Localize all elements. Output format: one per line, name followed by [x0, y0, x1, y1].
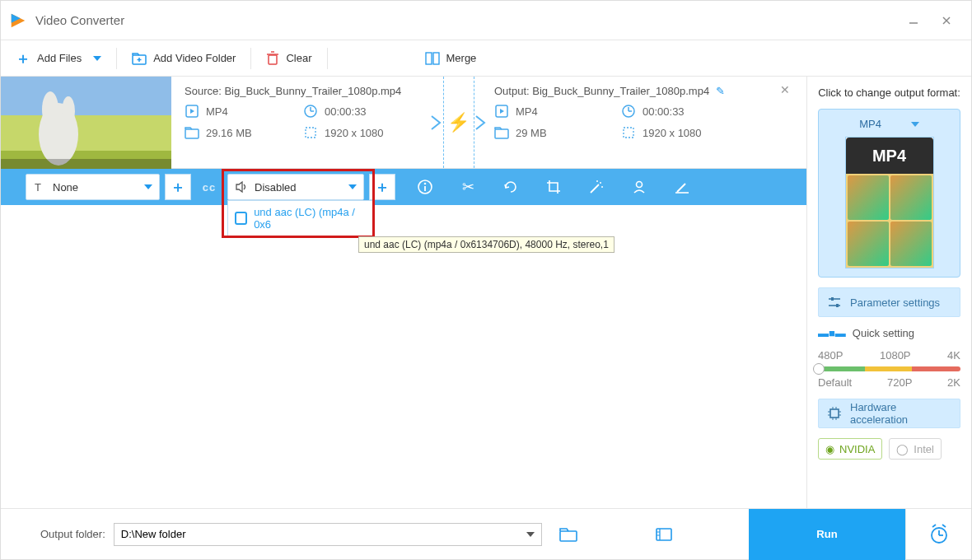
close-button[interactable]	[930, 7, 963, 34]
trash-icon	[266, 51, 279, 66]
svg-rect-20	[185, 129, 199, 138]
edit-output-button[interactable]: ✎	[716, 85, 725, 97]
output-filename: Big_Buck_Bunny_Trailer_1080p.mp4	[532, 85, 709, 97]
resolution-icon	[621, 125, 636, 140]
rotate-button[interactable]	[501, 177, 521, 197]
job-list: Source: Big_Buck_Bunny_Trailer_1080p.mp4…	[1, 77, 806, 508]
nvidia-chip[interactable]: ◉NVIDIA	[818, 438, 882, 460]
svg-rect-42	[831, 297, 834, 301]
intel-chip[interactable]: ◯Intel	[889, 438, 942, 460]
hardware-accel-button[interactable]: Hardware acceleration	[818, 399, 960, 428]
parameter-settings-button[interactable]: Parameter settings	[818, 287, 960, 317]
quality-slider[interactable]	[818, 366, 960, 371]
svg-point-35	[601, 186, 603, 188]
svg-line-38	[677, 184, 685, 192]
minimize-button[interactable]	[897, 7, 930, 34]
sliders-icon	[827, 296, 842, 309]
run-button[interactable]: Run	[749, 509, 905, 560]
watermark-button[interactable]	[629, 177, 649, 197]
output-folder-input[interactable]: D:\New folder	[114, 523, 542, 546]
info-button[interactable]	[415, 177, 435, 197]
output-format-card[interactable]: MP4 MP4	[818, 109, 960, 278]
text-icon: T	[33, 180, 46, 194]
svg-rect-6	[269, 55, 277, 64]
source-resolution: 1920 x 1080	[303, 125, 422, 140]
audio-value: Disabled	[255, 181, 297, 194]
svg-rect-54	[657, 529, 671, 540]
add-audio-button[interactable]: ＋	[369, 174, 395, 200]
audio-dropdown-option[interactable]: und aac (LC) (mp4a / 0x6	[227, 200, 374, 236]
cc-icon: cc	[203, 181, 216, 194]
subtitle-select[interactable]: T None	[26, 174, 160, 200]
chip-icon	[827, 406, 842, 421]
folder-icon	[494, 126, 509, 139]
folder-plus-icon	[132, 52, 147, 65]
quick-setting-label: Quick setting	[853, 327, 914, 339]
add-folder-label: Add Video Folder	[153, 52, 236, 64]
hw-label: Hardware acceleration	[850, 401, 951, 426]
format-icon	[494, 104, 509, 119]
quick-setting-header: ▬■▬ Quick setting	[818, 327, 960, 339]
clear-button[interactable]: Clear	[251, 40, 326, 77]
source-size: 29.16 MB	[185, 125, 303, 140]
audio-option-label: und aac (LC) (mp4a / 0x6	[254, 206, 367, 231]
source-duration: 00:00:33	[303, 104, 422, 119]
job-toolstrip: T None ＋ cc Disabled und aac (LC) (	[1, 169, 806, 205]
hw-vendor-chips: ◉NVIDIA ◯Intel	[818, 438, 960, 460]
browse-folder-button[interactable]	[554, 520, 583, 549]
app-window: Video Converter ＋ Add Files Add Video Fo…	[0, 0, 972, 560]
svg-marker-23	[500, 109, 504, 114]
job-item[interactable]: Source: Big_Buck_Bunny_Trailer_1080p.mp4…	[1, 77, 806, 169]
svg-point-36	[596, 180, 598, 182]
preset-labels-bottom: Default 720P 2K	[818, 376, 960, 389]
svg-rect-43	[836, 304, 839, 307]
bottom-bar: Output folder: D:\New folder Run	[1, 508, 971, 559]
svg-line-33	[591, 184, 599, 193]
svg-rect-27	[495, 129, 508, 138]
slider-knob[interactable]	[813, 363, 825, 375]
output-column: Output: Big_Buck_Bunny_Trailer_1080p.mp4…	[481, 77, 761, 168]
plus-icon: ＋	[16, 49, 30, 68]
svg-rect-53	[560, 531, 577, 541]
source-line: Source: Big_Buck_Bunny_Trailer_1080p.mp4	[185, 85, 422, 97]
svg-point-12	[42, 91, 58, 128]
app-logo-icon	[9, 12, 27, 30]
svg-rect-28	[624, 128, 633, 138]
svg-point-34	[600, 182, 601, 184]
titlebar: Video Converter	[1, 1, 971, 40]
merge-button[interactable]: Merge	[410, 40, 492, 77]
chevron-down-icon[interactable]	[526, 532, 535, 537]
speaker-icon	[235, 180, 248, 194]
remove-job-button[interactable]: ✕	[780, 83, 790, 96]
run-label: Run	[816, 528, 837, 540]
cc-button[interactable]: cc	[196, 174, 222, 200]
main-area: Source: Big_Buck_Bunny_Trailer_1080p.mp4…	[1, 77, 971, 508]
crop-button[interactable]	[544, 177, 563, 197]
output-prefix: Output:	[494, 85, 530, 97]
open-folder-button[interactable]	[649, 520, 679, 549]
checkbox-icon[interactable]	[235, 212, 247, 225]
output-line: Output: Big_Buck_Bunny_Trailer_1080p.mp4…	[494, 85, 748, 97]
source-column: Source: Big_Buck_Bunny_Trailer_1080p.mp4…	[171, 77, 435, 168]
chevron-down-icon[interactable]	[93, 56, 101, 61]
svg-rect-21	[306, 128, 315, 138]
add-files-button[interactable]: ＋ Add Files	[1, 40, 116, 77]
chevron-down-icon	[348, 184, 357, 189]
svg-marker-16	[190, 109, 194, 114]
add-folder-button[interactable]: Add Video Folder	[117, 40, 250, 77]
cut-button[interactable]: ✂	[458, 177, 478, 197]
svg-line-61	[932, 525, 936, 527]
audio-tooltip: und aac (LC) (mp4a / 0x6134706D), 48000 …	[358, 236, 615, 253]
schedule-button[interactable]	[905, 509, 971, 560]
enhance-button[interactable]	[672, 177, 692, 197]
node-icon: ▬■▬	[818, 327, 846, 339]
add-subtitle-button[interactable]: ＋	[165, 174, 191, 200]
effects-button[interactable]	[586, 177, 606, 197]
chevron-down-icon	[144, 184, 152, 189]
side-panel: Click to change output format: MP4 MP4 P…	[806, 77, 971, 508]
video-thumbnail[interactable]	[1, 77, 171, 169]
source-format: MP4	[185, 104, 303, 119]
audio-select[interactable]: Disabled	[227, 174, 364, 200]
app-title: Video Converter	[35, 13, 897, 27]
chevron-down-icon[interactable]	[911, 122, 919, 127]
